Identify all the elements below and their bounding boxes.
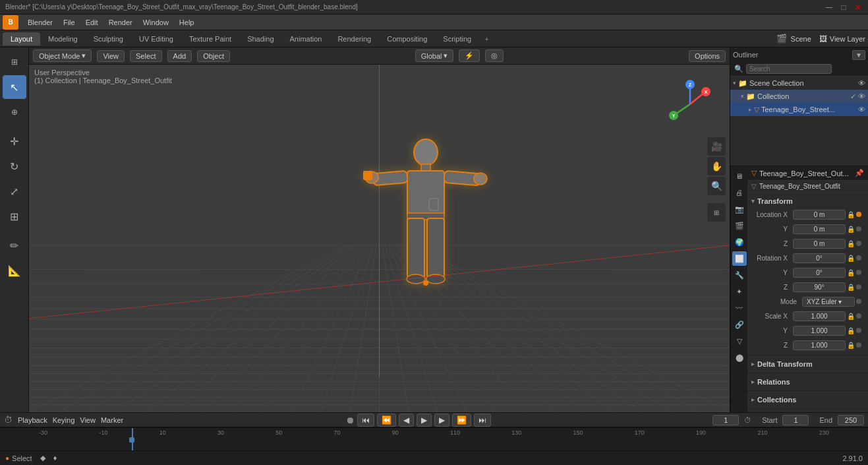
prev-frame-button[interactable]: ⏪ (377, 414, 396, 427)
render-properties-tab[interactable]: 🖥 (732, 169, 747, 183)
viewport-controls[interactable]: 🎥 ✋ 🔍 ⊞ (707, 137, 726, 222)
tab-shading[interactable]: Shading (239, 32, 281, 46)
menu-window[interactable]: Window (138, 17, 174, 28)
material-properties-tab[interactable]: ⬤ (732, 350, 747, 365)
current-frame-input[interactable] (712, 415, 739, 425)
mode-selector[interactable]: ⊞ (3, 50, 26, 74)
tab-layout[interactable]: Layout (3, 32, 40, 46)
viewport-gizmo[interactable]: Z X Y (664, 78, 716, 131)
prev-keyframe-button[interactable]: ◀ (399, 414, 414, 427)
pan-button[interactable]: ✋ (707, 157, 726, 175)
start-frame-input[interactable] (782, 415, 809, 425)
rotation-x-value[interactable]: 0° (793, 253, 846, 263)
output-properties-tab[interactable]: 🖨 (732, 185, 747, 200)
add-menu[interactable]: Add (167, 50, 192, 62)
rotate-tool[interactable]: ↻ (3, 154, 26, 178)
select-menu[interactable]: Select (130, 50, 162, 62)
tab-compositing[interactable]: Compositing (379, 32, 435, 46)
tab-sculpting[interactable]: Sculpting (86, 32, 131, 46)
view-menu[interactable]: View (97, 50, 125, 62)
transform-tool[interactable]: ⊞ (3, 204, 26, 228)
location-z-value[interactable]: 0 m (793, 239, 846, 249)
scale-y-value[interactable]: 1.000 (793, 326, 846, 336)
proportional-edit[interactable]: ◎ (485, 49, 504, 62)
playback-menu[interactable]: Playback (18, 416, 47, 424)
tab-animation[interactable]: Animation (282, 32, 330, 46)
jump-start-button[interactable]: ⏮ (357, 414, 374, 427)
collections-header[interactable]: ▸ Collections (751, 394, 864, 406)
end-frame-input[interactable] (838, 415, 864, 425)
outliner-filter[interactable]: ▼ (852, 50, 865, 60)
menu-blender[interactable]: Blender (22, 17, 58, 28)
constraints-properties-tab[interactable]: 🔗 (732, 317, 747, 332)
object-properties-tab[interactable]: ⬜ (732, 251, 747, 266)
frame-timing-icon[interactable]: ⏱ (744, 416, 751, 424)
play-button[interactable]: ▶ (417, 414, 432, 427)
scale-x-lock[interactable]: 🔒 (847, 313, 855, 320)
tab-modeling[interactable]: Modeling (40, 32, 86, 46)
delta-transform-header[interactable]: ▸ Delta Transform (751, 358, 864, 370)
tab-texture-paint[interactable]: Texture Paint (181, 32, 239, 46)
scene-selector[interactable]: 🎬 Scene (776, 34, 811, 44)
minimize-button[interactable]: ─ (825, 3, 834, 12)
zoom-button[interactable]: 🔍 (707, 177, 726, 195)
keying-menu[interactable]: Keying (53, 416, 75, 424)
scene-collection-row[interactable]: ▾ 📁 Scene Collection 👁 (730, 77, 868, 90)
collection-row[interactable]: ▾ 📁 Collection ✓ 👁 (730, 90, 868, 103)
menu-help[interactable]: Help (174, 17, 200, 28)
data-properties-tab[interactable]: ▽ (732, 334, 747, 348)
rotation-z-value[interactable]: 90° (793, 282, 846, 292)
add-workspace-button[interactable]: + (479, 32, 494, 46)
location-z-lock[interactable]: 🔒 (847, 240, 855, 247)
close-button[interactable]: ✕ (854, 3, 863, 12)
options-button[interactable]: Options (689, 50, 726, 62)
scale-tool[interactable]: ⤢ (3, 179, 26, 203)
menu-edit[interactable]: Edit (80, 17, 103, 28)
measure-tool[interactable]: 📐 (3, 259, 26, 282)
scale-y-lock[interactable]: 🔒 (847, 327, 855, 334)
rotation-x-lock[interactable]: 🔒 (847, 255, 855, 262)
transform-dropdown[interactable]: Global ▾ (415, 49, 454, 62)
mode-dropdown[interactable]: Object Mode ▾ (33, 49, 92, 62)
move-tool[interactable]: ✛ (3, 129, 26, 153)
scale-z-value[interactable]: 1.000 (793, 340, 846, 350)
collection-checkbox[interactable]: ✓ (850, 92, 856, 101)
maximize-button[interactable]: □ (839, 3, 848, 12)
physics-properties-tab[interactable]: 〰 (732, 301, 747, 315)
tab-scripting[interactable]: Scripting (435, 32, 479, 46)
child-object-row[interactable]: ▸ ▽ Teenage_Boy_Street... 👁 (730, 103, 868, 116)
view-layer-properties-tab[interactable]: 📷 (732, 202, 747, 216)
timeline-bar[interactable]: -30-101030507090110130150170190210230 (0, 427, 868, 450)
world-properties-tab[interactable]: 🌍 (732, 235, 747, 249)
camera-view-button[interactable]: 🎥 (707, 137, 726, 156)
viewport[interactable]: Object Mode ▾ View Select Add Object Glo… (29, 47, 730, 412)
cursor-tool[interactable]: ⊕ (3, 100, 26, 124)
menu-file[interactable]: File (58, 17, 80, 28)
particles-properties-tab[interactable]: ✦ (732, 284, 747, 299)
tab-rendering[interactable]: Rendering (330, 32, 379, 46)
marker-menu[interactable]: Marker (101, 416, 123, 424)
collection-visibility[interactable]: 👁 (858, 92, 865, 100)
view-menu-timeline[interactable]: View (80, 416, 96, 424)
location-y-value[interactable]: 0 m (793, 224, 846, 234)
rotation-y-lock[interactable]: 🔒 (847, 269, 855, 276)
window-controls[interactable]: ─ □ ✕ (825, 3, 863, 12)
scale-x-value[interactable]: 1.000 (793, 311, 846, 321)
next-keyframe-button[interactable]: ▶ (434, 414, 449, 427)
view-layer-selector[interactable]: 🖼 View Layer (819, 34, 865, 44)
scene-collection-visibility[interactable]: 👁 (858, 79, 865, 87)
transform-header[interactable]: ▾ Transform (751, 195, 864, 207)
object-menu[interactable]: Object (197, 50, 230, 62)
object-visibility[interactable]: 👁 (858, 106, 865, 113)
outliner-search[interactable]: 🔍 (730, 62, 868, 77)
instancing-header[interactable]: ▸ Instancing (751, 412, 864, 412)
location-x-lock[interactable]: 🔒 (847, 211, 855, 218)
rotation-y-value[interactable]: 0° (793, 268, 846, 278)
pin-icon[interactable]: 📌 (855, 169, 864, 177)
select-tool[interactable]: ↖ (3, 75, 26, 99)
next-frame-button[interactable]: ⏩ (452, 414, 471, 427)
scale-z-lock[interactable]: 🔒 (847, 342, 855, 349)
mode-value[interactable]: XYZ Euler ▾ (802, 297, 855, 307)
location-x-value[interactable]: 0 m (793, 210, 846, 220)
rotation-z-lock[interactable]: 🔒 (847, 284, 855, 291)
